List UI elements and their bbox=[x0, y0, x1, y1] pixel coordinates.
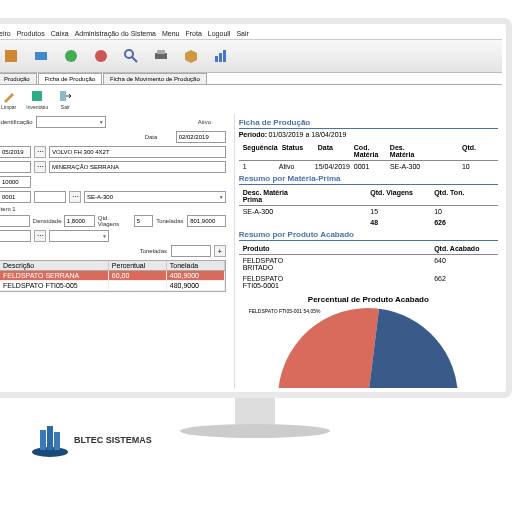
pie-chart: FELDSPATO FTI05-001 54,05% bbox=[239, 308, 498, 388]
menu-item[interactable]: Sair bbox=[236, 30, 248, 37]
identificacao-label: Identificação bbox=[0, 119, 33, 125]
svg-point-2 bbox=[65, 50, 77, 62]
identificacao-select[interactable] bbox=[36, 116, 106, 128]
chart-title: Percentual de Produto Acabado bbox=[239, 295, 498, 304]
item2-code-input[interactable] bbox=[0, 230, 31, 242]
svg-rect-1 bbox=[35, 52, 47, 60]
item-code-input[interactable] bbox=[0, 215, 30, 227]
action-inventory-button[interactable]: Inventário bbox=[26, 89, 48, 110]
menu-item[interactable]: Caixa bbox=[51, 30, 69, 37]
item2-select[interactable] bbox=[49, 230, 109, 242]
menu-item[interactable]: Logoull bbox=[208, 30, 231, 37]
densidade-label: Densidade bbox=[33, 218, 61, 224]
viagens-input[interactable]: 5 bbox=[134, 215, 153, 227]
form-panel: Identificação Ativo Data 02/02/2019 05/2… bbox=[0, 114, 230, 388]
svg-rect-16 bbox=[47, 426, 53, 450]
lookup-button-2[interactable]: ⋯ bbox=[34, 161, 46, 173]
toolbar-receivables-button[interactable] bbox=[57, 42, 85, 70]
inventory-icon bbox=[30, 89, 44, 103]
report-panel: Ficha de Produção Período: 01/03/2019 a … bbox=[234, 114, 502, 388]
toolbar-payables-button[interactable] bbox=[87, 42, 115, 70]
chart-slice-label: FELDSPATO FTI05-001 54,05% bbox=[249, 308, 321, 314]
monitor-stand bbox=[180, 398, 330, 448]
code-input-4[interactable]: 0001 bbox=[0, 191, 31, 203]
tabs: Produção Ficha de Produção Ficha de Movi… bbox=[0, 73, 502, 85]
toolbar bbox=[0, 40, 502, 73]
svg-rect-7 bbox=[157, 50, 165, 54]
add-button[interactable]: + bbox=[214, 245, 226, 257]
desc-input-2[interactable]: MINERAÇÃO SERRANA bbox=[49, 161, 226, 173]
code-input-2[interactable] bbox=[0, 161, 31, 173]
svg-point-4 bbox=[125, 50, 133, 58]
products-grid: Descrição Percentual Tonelada FELDSPATO … bbox=[0, 260, 226, 292]
toneladas2-input[interactable] bbox=[171, 245, 211, 257]
toneladas2-label: Toneladas bbox=[140, 248, 168, 254]
tab-producao[interactable]: Produção bbox=[0, 73, 37, 84]
ativo-label: Ativo bbox=[198, 119, 226, 125]
brand-text: BLTEC SISTEMAS bbox=[74, 435, 152, 445]
lookup-button-5[interactable]: ⋯ bbox=[34, 230, 46, 242]
logo-icon bbox=[30, 420, 70, 460]
menu-item[interactable]: eiro bbox=[0, 30, 11, 37]
svg-rect-11 bbox=[223, 50, 226, 62]
lookup-button-1[interactable]: ⋯ bbox=[34, 146, 46, 158]
tab-ficha-movimento[interactable]: Ficha de Movimento de Produção bbox=[103, 73, 207, 84]
svg-rect-12 bbox=[32, 91, 42, 101]
report-title: Ficha de Produção bbox=[239, 118, 498, 129]
action-bar: Limpar Inventário Sair bbox=[0, 85, 502, 114]
grid-header: Percentual bbox=[109, 261, 167, 270]
svg-rect-13 bbox=[60, 91, 66, 101]
lookup-button-4[interactable]: ⋯ bbox=[69, 191, 81, 203]
action-clear-button[interactable]: Limpar bbox=[1, 89, 16, 110]
tab-ficha-producao[interactable]: Ficha de Produção bbox=[38, 73, 102, 84]
toolbar-charts-button[interactable] bbox=[207, 42, 235, 70]
svg-rect-9 bbox=[215, 56, 218, 62]
pie-slice-2 bbox=[368, 309, 458, 388]
grid-header: Tonelada bbox=[167, 261, 225, 270]
grid-row[interactable]: FELDSPATO FTI05-005 480,9000 bbox=[0, 281, 225, 291]
desc-input-1[interactable]: VOLVO FH 300 4X2T bbox=[49, 146, 226, 158]
svg-line-5 bbox=[132, 57, 137, 62]
toolbar-print-button[interactable] bbox=[147, 42, 175, 70]
menubar: eiro Produtos Caixa Administração do Sis… bbox=[0, 28, 502, 40]
svg-point-3 bbox=[95, 50, 107, 62]
item-label: Item 1 bbox=[0, 206, 27, 212]
menu-item[interactable]: Frota bbox=[185, 30, 201, 37]
action-exit-button[interactable]: Sair bbox=[58, 89, 72, 110]
exit-icon bbox=[58, 89, 72, 103]
toolbar-box-button[interactable] bbox=[177, 42, 205, 70]
menu-item[interactable]: Menu bbox=[162, 30, 180, 37]
svg-rect-10 bbox=[219, 53, 222, 62]
toolbar-search-button[interactable] bbox=[117, 42, 145, 70]
application-window: eiro Produtos Caixa Administração do Sis… bbox=[0, 18, 512, 398]
brand-logo: BLTEC SISTEMAS bbox=[30, 420, 152, 460]
data-label: Data bbox=[145, 134, 173, 140]
toneladas-label: Toneladas bbox=[156, 218, 184, 224]
data-input[interactable]: 02/02/2019 bbox=[176, 131, 226, 143]
code-input-3[interactable]: 10000 bbox=[0, 176, 31, 188]
grid-header: Descrição bbox=[0, 261, 109, 270]
toolbar-new-button[interactable] bbox=[0, 42, 25, 70]
menu-item[interactable]: Produtos bbox=[17, 30, 45, 37]
product-select[interactable]: SE-A-300 bbox=[84, 191, 226, 203]
code-input-4b[interactable] bbox=[34, 191, 66, 203]
densidade-input[interactable]: 1,8000 bbox=[64, 215, 95, 227]
svg-rect-17 bbox=[54, 432, 60, 450]
svg-rect-0 bbox=[5, 50, 17, 62]
pie-slice-1 bbox=[278, 308, 379, 388]
viagens-label: Qtd. Viagens bbox=[98, 215, 131, 227]
code-input-1[interactable]: 05/2019 bbox=[0, 146, 31, 158]
menu-item[interactable]: Administração do Sistema bbox=[75, 30, 156, 37]
grid-row[interactable]: FELDSPATO SERRANA 60,00 400,9000 bbox=[0, 271, 225, 281]
svg-marker-8 bbox=[185, 50, 197, 63]
materia-title: Resumo por Matéria-Prima bbox=[239, 174, 498, 185]
toneladas-input[interactable]: 801,9000 bbox=[187, 215, 226, 227]
produto-title: Resumo por Produto Acabado bbox=[239, 230, 498, 241]
svg-rect-15 bbox=[40, 430, 46, 450]
toolbar-cashflow-button[interactable] bbox=[27, 42, 55, 70]
clear-icon bbox=[2, 89, 16, 103]
